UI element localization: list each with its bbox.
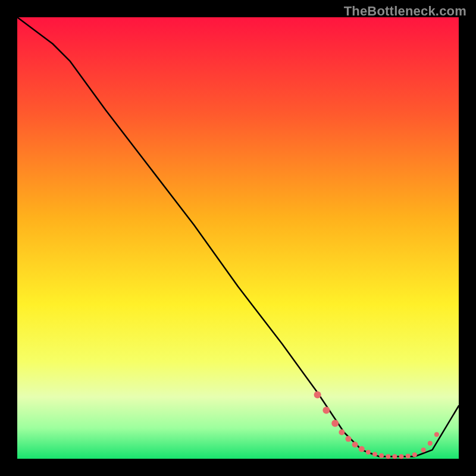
highlight-dot xyxy=(406,454,411,459)
highlight-dot xyxy=(331,420,339,427)
bottleneck-chart xyxy=(0,0,476,476)
highlight-dot xyxy=(428,441,433,446)
highlight-dot xyxy=(314,391,321,398)
highlight-dot xyxy=(372,452,377,457)
highlight-dot xyxy=(421,447,426,452)
highlight-dot xyxy=(386,454,390,459)
highlight-dot xyxy=(392,454,397,459)
highlight-dot xyxy=(379,453,384,458)
chart-stage: TheBottleneck.com xyxy=(0,0,476,476)
highlight-dot xyxy=(366,450,371,455)
highlight-dot xyxy=(399,454,404,459)
highlight-dot xyxy=(434,432,439,437)
highlight-dot xyxy=(352,441,358,447)
highlight-dot xyxy=(339,430,345,436)
highlight-dot xyxy=(359,446,365,452)
highlight-dot xyxy=(346,436,352,442)
gradient-background xyxy=(17,17,459,459)
highlight-dot xyxy=(412,452,417,457)
attribution-label: TheBottleneck.com xyxy=(344,4,466,19)
highlight-dot xyxy=(322,406,330,414)
